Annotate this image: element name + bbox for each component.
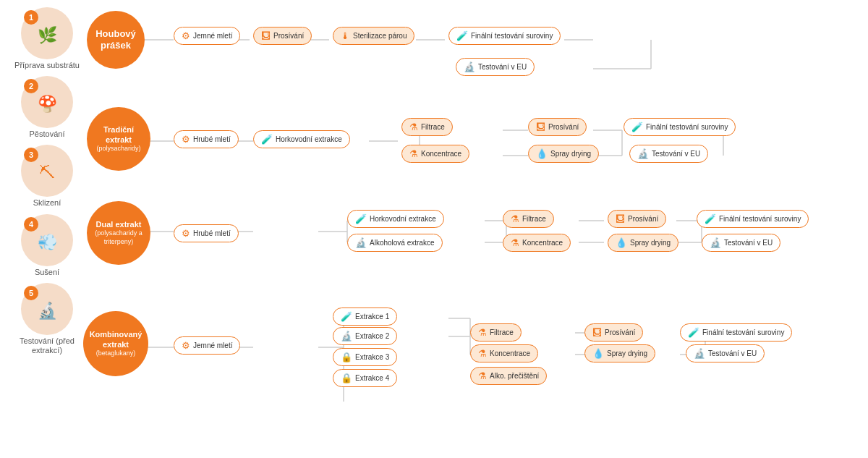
box-prosivani-r1: ⛾ Prosívání [253,27,312,45]
box-jemne-mleti-r1-label: Jemné mletí [193,32,232,40]
box-hrube-mleti-r2: ⚙ Hrubé mletí [174,130,239,148]
box-spray-r2: 💧 Spray drying [528,145,599,163]
box-horkovodni-r2: 🧪 Horkovodní extrakce [253,130,350,148]
box-extrakce4-r4-label: Extrakce 4 [355,374,389,382]
row3-main-label-sub: (polysacharidy a triterpeny) [90,229,147,246]
box-final1-r4-label: Finální testování suroviny [702,328,784,336]
box-alko-r4: ⚗ Alko. přečištění [470,367,547,385]
sidebar-label-4: Sušení [35,268,59,277]
box-hrube-mleti-r3: ⚙ Hrubé mletí [174,224,239,242]
sidebar-circle-2: 2 🍄 [21,76,73,128]
alko-icon-r4: ⚗ [478,370,487,381]
main-circle-row2: Tradiční extrakt (polysacharidy) [87,107,150,171]
sidebar-label-2: Pěstování [30,130,65,139]
box-extrakce3-r4-label: Extrakce 3 [355,353,389,361]
grinder-icon-r3: ⚙ [182,228,190,239]
conc-icon-r4: ⚗ [478,348,487,359]
sidebar-circle-3: 3 ⛏ [21,145,73,197]
sidebar-item-suseni: 4 💨 Sušení [7,214,87,277]
sidebar-icon-4: 💨 [38,233,57,252]
main-circle-row1: Houbový prášek [87,11,145,69]
grinder-icon-r4: ⚙ [182,340,190,351]
spray-icon-r2: 💧 [536,148,548,159]
filter-icon-r3: ⚗ [511,213,519,224]
box-final1-r1-label: Finální testování suroviny [471,32,553,40]
row2-main-label-sub: (polysacharidy) [96,145,140,153]
sidebar-number-2: 2 [24,79,38,93]
spray-icon-r3: 💧 [616,237,627,248]
flask-icon-r4a: 🧪 [341,311,352,322]
flask2-icon-r1: 🔬 [464,62,475,72]
box-final1-r1: 🧪 Finální testování suroviny [448,27,561,45]
box-spray-r3: 💧 Spray drying [608,234,678,252]
sidebar-item-pestovani: 2 🍄 Pěstování [7,76,87,139]
box-final1-r2-label: Finální testování suroviny [646,123,728,131]
diagram: 1 🌿 Příprava substrátu 2 🍄 Pěstování 3 ⛏… [0,0,868,458]
box-hrube-mleti-r2-label: Hrubé mletí [193,135,231,143]
box-horkovodni-r3: 🧪 Horkovodní extrakce [347,210,444,228]
box-final2-r2-label: Testování v EU [652,150,700,158]
box-koncentrace-r4-label: Koncentrace [490,349,530,357]
box-extrakce4-r4: 🔒 Extrakce 4 [333,369,397,387]
box-spray-r2-label: Spray drying [550,150,591,158]
box-filtrace-r3: ⚗ Filtrace [503,210,554,228]
sidebar-item-testovani: 5 🔬 Testování (před extrakcí) [7,283,87,355]
row4-main-label-line2: extrakt [90,339,142,349]
box-horkovodni-r3-label: Horkovodní extrakce [370,215,436,223]
sidebar-circle-1: 1 🌿 [21,7,73,59]
filter-icon-r4: ⚗ [478,327,487,338]
box-horkovodni-r2-label: Horkovodní extrakce [276,135,342,143]
box-final2-r1: 🔬 Testování v EU [456,58,535,76]
box-koncentrace-r2: ⚗ Koncentrace [401,145,469,163]
box-filtrace-r3-label: Filtrace [522,215,546,223]
sidebar-item-priprava: 1 🌿 Příprava substrátu [7,7,87,70]
filter-icon-r2: ⚗ [409,122,418,132]
sidebar: 1 🌿 Příprava substrátu 2 🍄 Pěstování 3 ⛏… [7,7,87,355]
box-filtrace-r4: ⚗ Filtrace [470,323,522,342]
flask5-icon-r3: 🧪 [705,213,716,224]
flask7-icon-r4: 🧪 [688,327,699,338]
box-koncentrace-r3: ⚗ Koncentrace [503,234,571,252]
box-sterilizace-r1-label: Sterilizace párou [353,32,407,40]
box-extrakce2-r4: 🔬 Extrakce 2 [333,327,397,345]
sieve-icon-r1: ⛾ [261,30,271,41]
thermo-icon-r1: 🌡 [341,30,350,41]
sidebar-number-4: 4 [24,217,38,232]
row1-main-label: Houbový prášek [90,28,141,51]
box-prosivani-r1-label: Prosívání [273,32,304,40]
sidebar-number-1: 1 [24,10,38,25]
main-circle-row4: Kombinovaný extrakt (betaglukany) [83,311,148,376]
box-final1-r3-label: Finální testování suroviny [719,215,801,223]
box-filtrace-r4-label: Filtrace [490,328,514,336]
flask4-icon-r2: 🔬 [637,148,649,159]
conc-icon-r3: ⚗ [511,237,519,248]
flask-icon-r3b: 🔬 [355,237,367,248]
row4-main-label-sub: (betaglukany) [90,349,142,358]
box-spray-r3-label: Spray drying [630,239,671,247]
spray-icon-r4: 💧 [592,348,604,359]
lock-icon-r4b: 🔒 [341,373,352,383]
box-jemne-mleti-r1: ⚙ Jemné mletí [174,27,240,45]
box-final1-r3: 🧪 Finální testování suroviny [697,210,809,228]
sidebar-icon-5: 🔬 [38,302,57,321]
sieve-icon-r4: ⛾ [592,327,602,338]
box-prosivani-r4-label: Prosívání [605,328,635,336]
box-final2-r3-label: Testování v EU [724,239,773,247]
box-jemne-mleti-r4-label: Jemné mletí [193,342,232,349]
sidebar-label-5: Testování (před extrakcí) [7,336,87,355]
sidebar-item-sklizeni: 3 ⛏ Sklizení [7,145,87,208]
sidebar-label-3: Sklizení [33,198,61,208]
grinder-icon-r1: ⚙ [182,30,190,41]
box-final2-r1-label: Testování v EU [478,63,527,71]
box-alkohol-r3: 🔬 Alkoholová extrakce [347,234,443,252]
box-sterilizace-r1: 🌡 Sterilizace párou [333,27,414,45]
sidebar-icon-2: 🍄 [38,95,57,114]
sieve2-icon-r2: ⛾ [536,122,545,132]
box-final2-r4-label: Testování v EU [708,349,757,357]
box-prosivani-r2: ⛾ Prosívání [528,118,587,136]
sidebar-icon-3: ⛏ [39,164,55,182]
box-extrakce1-r4: 🧪 Extrakce 1 [333,308,397,326]
sidebar-number-3: 3 [24,148,38,162]
box-koncentrace-r3-label: Koncentrace [522,239,563,247]
flask-icon-r3a: 🧪 [355,213,367,224]
